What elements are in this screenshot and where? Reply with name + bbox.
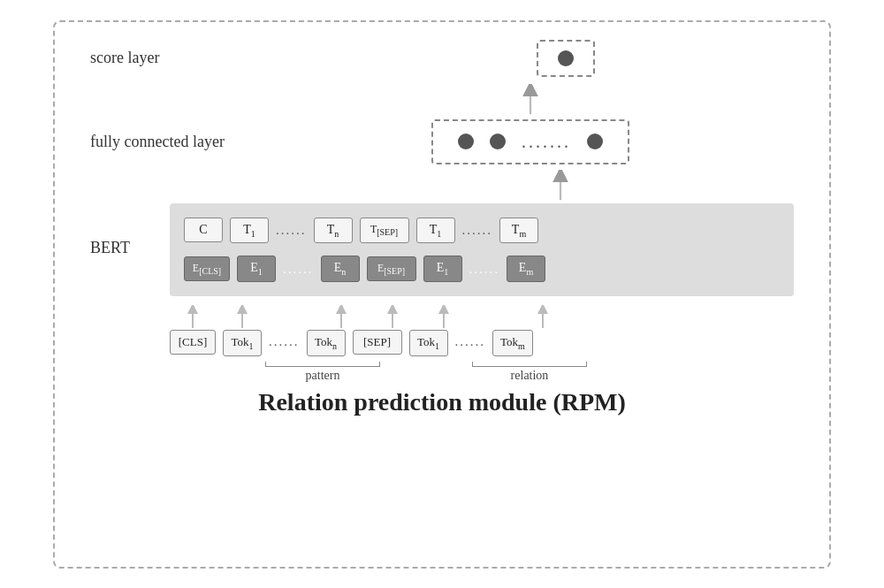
bert-top-row: C T1 ...... Tn T[SEP] T1 ...... Tm [184,218,780,244]
token-TSEP: T[SEP] [360,218,409,242]
token-T1: T1 [230,218,269,244]
arrow-up-icon [517,84,544,116]
arrow-fc-to-score [340,84,544,116]
input-tokn: Tokn [307,330,346,356]
arrow-tokm [523,305,562,330]
input-dots-2: ...... [455,330,486,349]
arrow-tok1 [223,305,262,330]
input-dots-1: ...... [269,330,300,349]
token-T1b: T1 [416,218,455,244]
arrow-bert-to-fc [310,170,574,202]
dots-bot-1: ...... [283,262,314,277]
input-tok1b: Tok1 [409,330,448,356]
arrows-row [170,305,562,330]
dots-top-1: ...... [276,223,307,238]
score-dot [558,50,574,66]
token-Tm: Tm [499,218,538,244]
fc-layer-row: fully connected layer ....... [90,119,794,164]
input-sep: [SEP] [353,330,402,355]
score-box [537,40,595,77]
pattern-text: pattern [265,369,380,383]
fc-layer-label: fully connected layer [90,133,267,151]
relation-label: relation [472,362,587,383]
arrow-tokm-icon [534,305,552,330]
arrow-tokn-icon [332,305,350,330]
arrow-tokn [322,305,361,330]
token-Tn: Tn [314,218,353,244]
arrow-cls [170,305,216,330]
fc-box: ....... [431,119,629,164]
arrow-bert-up-icon [547,170,574,202]
pattern-label: pattern [265,362,380,383]
input-tokm: Tokm [492,330,533,356]
dots-bot-2: ...... [469,262,500,277]
relation-text: relation [472,369,587,383]
title-section: Relation prediction module (RPM) [258,388,626,416]
arrow-tok1b-icon [435,305,453,330]
input-tok1: Tok1 [223,330,262,356]
score-layer-row: score layer [90,40,794,77]
token-Em: Em [507,256,545,282]
arrow-tok1b [424,305,463,330]
main-container: score layer fully connected layer ......… [53,20,831,569]
dots-top-2: ...... [462,223,493,238]
token-ECLS: E[CLS] [184,256,230,281]
token-E1: E1 [237,256,276,282]
input-cls: [CLS] [170,330,216,355]
bert-box: C T1 ...... Tn T[SEP] T1 ...... Tm E[CLS… [170,203,794,297]
bert-section: BERT C T1 ...... Tn T[SEP] T1 ...... Tm … [90,203,794,297]
token-C: C [184,218,223,242]
fc-dot-right [587,134,603,149]
arrow-tok1-icon [233,305,251,330]
page-title: Relation prediction module (RPM) [258,388,626,416]
input-token-row: [CLS] Tok1 ...... Tokn [SEP] Tok1 ......… [90,330,794,356]
input-arrows-section [90,305,794,330]
score-layer-label: score layer [90,49,267,67]
fc-dot-mid [490,134,506,149]
fc-dot-left [458,134,474,149]
arrow-sep [368,305,417,330]
arrow-sep-icon [384,305,401,330]
bert-label: BERT [90,203,170,257]
token-En: En [321,256,360,282]
token-E1b: E1 [423,256,462,282]
arrow-cls-icon [184,305,202,330]
fc-dots: ....... [522,132,571,152]
bert-bottom-row: E[CLS] E1 ...... En E[SEP] E1 ...... Em [184,256,780,282]
token-ESEP: E[SEP] [367,256,416,281]
